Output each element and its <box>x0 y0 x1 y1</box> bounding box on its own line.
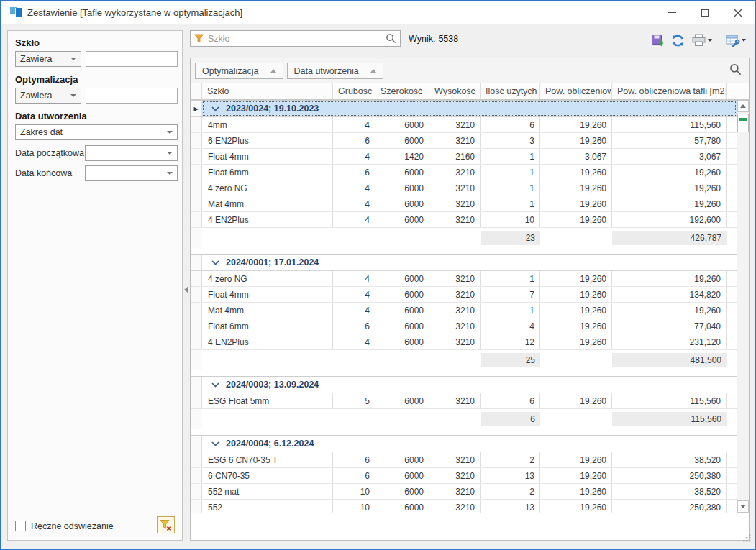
table-row[interactable]: 4 EN2Plus4600032101219,260231,120 <box>191 334 737 350</box>
cell-grubosc: 4 <box>333 149 375 164</box>
table-row[interactable]: Mat 4mm460003210119,26019,260 <box>191 196 737 212</box>
group-row[interactable]: 2024/0004; 6.12.2024 <box>191 435 737 452</box>
column-header-pow-obliczeniowa[interactable]: Pow. obliczeniow... <box>540 83 612 99</box>
close-icon <box>734 9 742 17</box>
cell-pow-obliczeniowa: 19,260 <box>540 484 612 499</box>
table-row[interactable]: ESG Float 5mm560003210619,260115,560 <box>191 393 737 409</box>
refresh-button[interactable] <box>671 34 685 47</box>
table-row[interactable]: Float 4mm41420216013,0673,067 <box>191 149 737 165</box>
result-value: 5538 <box>438 34 458 44</box>
grid-filter-box <box>190 30 401 47</box>
optimization-filter-input[interactable] <box>86 88 178 104</box>
optimization-operator-combo[interactable]: Zawiera <box>15 88 81 104</box>
cell-ilosc-uzytych: 1 <box>481 165 540 180</box>
glass-operator-combo[interactable]: Zawiera <box>15 51 81 67</box>
panel-collapse-handle[interactable] <box>184 286 188 293</box>
cell-szklo: Mat 4mm <box>202 196 333 211</box>
row-indicator: ▶ <box>191 101 202 116</box>
table-row[interactable]: Float 6mm660003210419,26077,040 <box>191 318 737 334</box>
clear-filter-button[interactable] <box>157 516 175 533</box>
group-row[interactable]: 2024/0001; 17.01.2024 <box>191 254 737 271</box>
row-indicator-cell <box>191 196 202 211</box>
column-header-szerokosc[interactable]: Szerokość <box>375 83 429 99</box>
group-chip-optymalizacja[interactable]: Optymalizacja <box>195 63 283 79</box>
column-header-ilosc-uzytych[interactable]: Ilość użytych <box>481 83 540 99</box>
table-row[interactable]: 6 CN70-356600032101319,260250,380 <box>191 468 737 484</box>
cell-szklo: 6 CN70-35 <box>202 468 333 483</box>
row-indicator-cell <box>191 271 202 286</box>
summary-sum: 115,560 <box>612 412 727 426</box>
scrollbar-thumb[interactable] <box>737 114 749 132</box>
cell-szklo: ESG 6 CN70-35 T <box>202 452 333 467</box>
window-resize-grip[interactable] <box>742 533 752 546</box>
cell-szklo: ESG Float 5mm <box>202 393 333 408</box>
column-header-pow-obliczeniowa-tafli[interactable]: Pow. obliczeniowa tafli [m2] <box>612 83 727 99</box>
cell-szerokosc: 6000 <box>375 165 429 180</box>
chevron-down-icon[interactable] <box>211 441 219 446</box>
titlebar: Zestawienie [Tafle wykorzystane w optyma… <box>1 1 755 24</box>
cell-szerokosc: 6000 <box>375 196 429 211</box>
column-header-szklo[interactable]: Szkło <box>202 83 333 99</box>
column-header-grubosc[interactable]: Grubość <box>333 83 375 99</box>
table-row[interactable]: 4mm460003210619,260115,560 <box>191 117 737 133</box>
start-date-combo[interactable] <box>85 145 178 161</box>
row-indicator-cell <box>191 334 202 349</box>
table-row[interactable]: 4 EN2Plus4600032101019,260192,600 <box>191 212 737 228</box>
scroll-up-button[interactable] <box>737 100 749 112</box>
chevron-down-icon[interactable] <box>211 106 219 111</box>
chevron-down-icon[interactable] <box>211 382 219 388</box>
save-button[interactable] <box>651 34 665 47</box>
column-header-wysokosc[interactable]: Wysokość <box>429 83 481 99</box>
table-row[interactable]: 4 zero NG460003210119,26019,260 <box>191 271 737 287</box>
grid-customize-button[interactable] <box>726 34 746 47</box>
group-gap <box>191 248 737 254</box>
table-row[interactable]: 55210600032101319,260250,380 <box>191 500 737 513</box>
end-date-combo[interactable] <box>85 165 178 181</box>
vertical-scrollbar[interactable] <box>737 100 749 513</box>
group-header-label: 2024/0003; 13.09.2024 <box>226 380 319 390</box>
table-row[interactable]: Mat 4mm460003210119,26019,260 <box>191 303 737 318</box>
table-row[interactable]: 6 EN2Plus660003210319,26057,780 <box>191 133 737 149</box>
row-filler <box>727 318 737 334</box>
cell-wysokosc: 3210 <box>429 165 481 180</box>
date-range-mode-combo[interactable]: Zakres dat <box>15 124 178 140</box>
glass-filter-input[interactable] <box>86 51 178 67</box>
cell-ilosc-uzytych: 2 <box>481 452 540 467</box>
maximize-button[interactable] <box>688 1 721 24</box>
optimization-section-label: Optymalizacja <box>15 74 78 85</box>
group-row[interactable]: ▶2023/0024; 19.10.2023 <box>191 100 737 117</box>
cell-pow-obliczeniowa-tafli: 115,560 <box>612 393 727 408</box>
table-row[interactable]: ESG 6 CN70-35 T660003210219,26038,520 <box>191 452 737 468</box>
cell-szerokosc: 6000 <box>375 271 429 286</box>
minimize-icon <box>668 12 676 13</box>
group-row-body: 2023/0024; 19.10.2023 <box>202 101 737 116</box>
table-row[interactable]: Float 4mm460003210719,260134,820 <box>191 287 737 303</box>
grid-search-button[interactable] <box>729 63 742 78</box>
table-row[interactable]: Float 6mm660003210119,26019,260 <box>191 165 737 180</box>
row-indicator <box>191 436 202 452</box>
cell-grubosc: 10 <box>333 500 375 513</box>
close-button[interactable] <box>721 1 755 24</box>
cell-szerokosc: 6000 <box>375 318 429 334</box>
group-summary-row: 23426,787 <box>191 228 737 248</box>
chevron-down-icon <box>167 172 173 175</box>
table-row[interactable]: 4 zero NG460003210119,26019,260 <box>191 180 737 196</box>
group-by-panel: Optymalizacja Data utworzenia <box>191 58 749 83</box>
grid-filter-input[interactable] <box>208 34 381 44</box>
manual-refresh-checkbox[interactable] <box>15 521 26 531</box>
cell-wysokosc: 3210 <box>429 452 481 467</box>
search-icon[interactable] <box>386 33 396 44</box>
minimize-button[interactable] <box>655 1 688 24</box>
chevron-down-icon[interactable] <box>211 260 219 265</box>
group-row[interactable]: 2024/0003; 13.09.2024 <box>191 376 737 393</box>
cell-szerokosc: 6000 <box>375 452 429 467</box>
cell-szklo: Float 4mm <box>202 287 333 302</box>
row-indicator-cell <box>191 452 202 467</box>
print-button[interactable] <box>691 34 712 47</box>
table-row[interactable]: 552 mat1060003210219,26038,520 <box>191 484 737 500</box>
scroll-down-button[interactable] <box>737 500 749 513</box>
cell-pow-obliczeniowa-tafli: 19,260 <box>612 271 727 286</box>
group-chip-data-utworzenia[interactable]: Data utworzenia <box>287 63 383 79</box>
cell-grubosc: 10 <box>333 484 375 499</box>
chevron-down-icon <box>742 39 746 42</box>
